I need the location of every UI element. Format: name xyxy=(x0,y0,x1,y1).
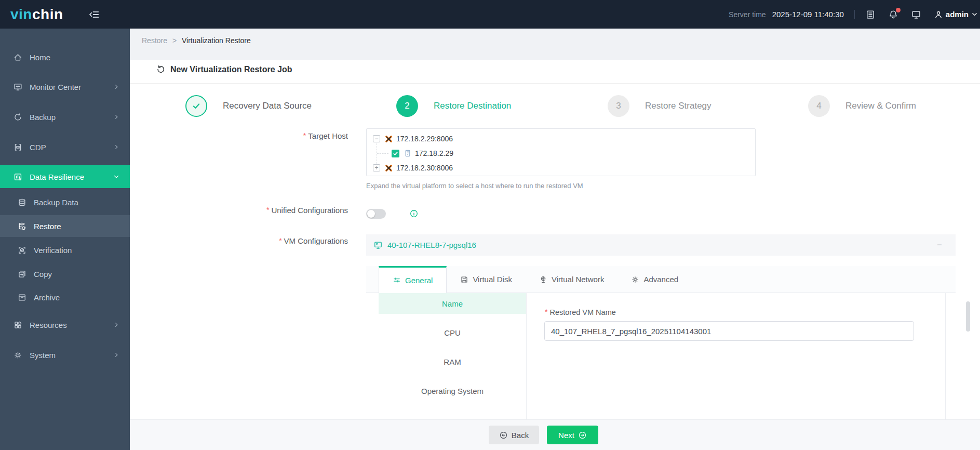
vinchin-logo: vinchin xyxy=(10,6,63,23)
step-3-restore-strategy: 3 Restore Strategy xyxy=(608,95,711,117)
proxmox-icon xyxy=(384,164,393,173)
sidebar-item-restore[interactable]: Restore xyxy=(0,215,130,237)
step-4-review-confirm: 4 Review & Confirm xyxy=(808,95,916,117)
sidebar-item-cdp[interactable]: CDP xyxy=(0,136,130,158)
next-button[interactable]: Next xyxy=(547,426,598,444)
step-label: Recovery Data Source xyxy=(223,101,312,111)
sidebar-item-backup[interactable]: Backup xyxy=(0,105,130,128)
breadcrumb-separator: > xyxy=(172,36,177,45)
chevron-down-icon xyxy=(113,174,119,180)
sidebar-item-label: System xyxy=(30,351,56,360)
breadcrumb-parent[interactable]: Restore xyxy=(142,36,167,45)
step-4-circle: 4 xyxy=(808,95,830,117)
settings-nav-operating-system[interactable]: Operating System xyxy=(379,380,526,401)
home-icon xyxy=(14,53,22,62)
unified-configurations-toggle[interactable] xyxy=(366,209,386,219)
back-button[interactable]: Back xyxy=(489,426,539,444)
sidebar-item-label: Verification xyxy=(34,246,72,255)
chevron-right-icon xyxy=(113,84,119,90)
sidebar-item-label: Restore xyxy=(34,222,61,231)
arrow-left-circle-icon xyxy=(499,431,508,440)
vm-icon xyxy=(373,241,383,250)
info-icon[interactable] xyxy=(409,209,419,218)
tree-node-host[interactable]: 172.18.2.29 xyxy=(392,148,453,159)
vm-name: 40-107-RHEL8-7-pgsql16 xyxy=(387,241,476,249)
cdp-icon xyxy=(14,143,22,152)
chevron-right-icon xyxy=(113,114,119,120)
expand-expander-icon[interactable]: + xyxy=(373,164,380,171)
restore-title-icon xyxy=(156,64,166,74)
chevron-right-icon xyxy=(113,352,119,358)
sidebar-item-verification[interactable]: Verification xyxy=(0,239,130,261)
tree-node-label: 172.18.2.29 xyxy=(415,149,453,157)
user-icon xyxy=(934,10,943,19)
gear-icon xyxy=(14,351,22,360)
chevron-down-icon xyxy=(971,11,978,18)
proxmox-icon xyxy=(384,135,393,143)
backup-icon xyxy=(14,113,22,122)
sidebar-item-home[interactable]: Home xyxy=(0,46,130,69)
log-icon[interactable] xyxy=(865,9,876,20)
step-3-circle: 3 xyxy=(608,95,629,117)
sidebar-fold-icon[interactable] xyxy=(88,9,100,20)
sidebar-item-resources[interactable]: Resources xyxy=(0,313,130,336)
sidebar-item-system[interactable]: System xyxy=(0,343,130,366)
toggle-knob xyxy=(367,210,375,218)
restored-vm-name-label: *Restored VM Name xyxy=(545,308,616,316)
restored-vm-name-input[interactable] xyxy=(544,321,914,341)
wizard-footer: Back Next xyxy=(130,419,980,450)
settings-nav-cpu[interactable]: CPU xyxy=(379,322,526,343)
sidebar-item-label: Resources xyxy=(30,321,67,329)
settings-nav-ram[interactable]: RAM xyxy=(379,351,526,372)
notification-dot xyxy=(896,8,901,12)
step-2-restore-destination: 2 Restore Destination xyxy=(396,95,511,117)
collapse-panel-icon[interactable]: − xyxy=(937,240,942,250)
sidebar-item-backup-data[interactable]: Backup Data xyxy=(0,191,130,213)
copy-icon xyxy=(18,270,26,279)
tab-general[interactable]: General xyxy=(379,266,447,293)
title-divider xyxy=(130,83,980,84)
tab-virtual-disk[interactable]: Virtual Disk xyxy=(447,266,526,293)
sidebar-item-label: CDP xyxy=(30,143,46,152)
step-1-recovery-data-source: Recovery Data Source xyxy=(185,95,312,117)
sidebar-item-copy[interactable]: Copy xyxy=(0,263,130,285)
collapse-expander-icon[interactable]: − xyxy=(373,135,380,142)
tab-virtual-network[interactable]: Virtual Network xyxy=(526,266,617,293)
tree-node-platform-1[interactable]: − 172.18.2.29:8006 xyxy=(373,133,453,144)
vm-panel-header[interactable]: 40-107-RHEL8-7-pgsql16 − xyxy=(366,234,956,256)
database-icon xyxy=(18,198,26,207)
user-menu[interactable]: admin xyxy=(934,10,978,19)
vm-configurations-label: *VM Configurations xyxy=(130,236,348,245)
settings-nav-name[interactable]: Name xyxy=(379,293,526,314)
page-scrollbar-thumb[interactable] xyxy=(966,301,970,332)
sidebar-item-label: Copy xyxy=(34,270,52,279)
vm-config-tabs: General Virtual Disk Virtual Network Adv… xyxy=(366,266,956,293)
sidebar-item-monitor-center[interactable]: Monitor Center xyxy=(0,75,130,98)
checkbox-checked[interactable] xyxy=(392,150,399,157)
console-monitor-icon[interactable] xyxy=(911,9,921,20)
sidebar: Home Monitor Center Backup CDP Data R xyxy=(0,29,130,450)
tree-node-label: 172.18.2.30:8006 xyxy=(396,164,453,172)
logo-text-primary: vin xyxy=(10,6,32,22)
check-icon xyxy=(192,101,201,111)
server-time-value: 2025-12-09 11:40:30 xyxy=(772,10,844,19)
host-icon xyxy=(404,149,412,157)
sidebar-item-label: Archive xyxy=(34,293,60,302)
sidebar-item-label: Monitor Center xyxy=(30,83,81,91)
logo-text-secondary: chin xyxy=(32,6,63,22)
chevron-right-icon xyxy=(113,322,119,328)
sidebar-item-archive[interactable]: Archive xyxy=(0,286,130,308)
sidebar-item-data-resilience[interactable]: Data Resilience xyxy=(0,165,130,188)
sidebar-item-label: Data Resilience xyxy=(30,173,84,181)
tree-node-platform-2[interactable]: + 172.18.2.30:8006 xyxy=(373,162,453,174)
tab-advanced[interactable]: Advanced xyxy=(617,266,692,293)
target-host-hint: Expand the virtual platform to select a … xyxy=(366,182,583,190)
globe-network-icon xyxy=(539,275,547,284)
topbar-divider xyxy=(854,10,855,19)
arrow-right-circle-icon xyxy=(578,431,587,440)
disk-icon xyxy=(460,275,468,284)
sidebar-item-label: Backup Data xyxy=(34,198,78,207)
resources-icon xyxy=(14,321,22,329)
bell-icon[interactable] xyxy=(888,9,898,20)
username: admin xyxy=(946,10,969,19)
